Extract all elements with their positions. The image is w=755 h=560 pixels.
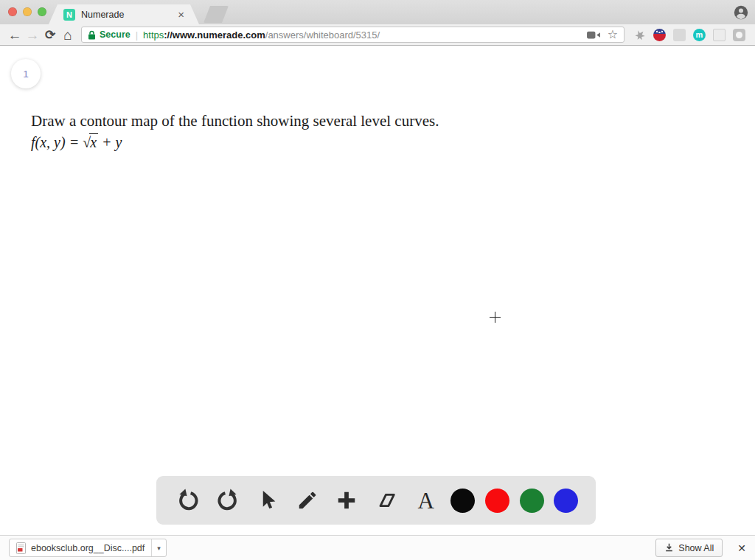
address-toolbar: ← → ⟳ ⌂ Secure | https://www.numerade.co… — [0, 24, 755, 46]
url-divider: | — [136, 29, 138, 41]
home-button[interactable]: ⌂ — [59, 28, 77, 42]
reload-button[interactable]: ⟳ — [41, 29, 59, 41]
downloads-bar-close-icon[interactable]: ✕ — [737, 543, 746, 553]
secure-padlock-icon — [88, 30, 96, 40]
eraser-tool[interactable] — [372, 484, 401, 517]
tab-close-icon[interactable]: × — [178, 9, 184, 20]
add-tool[interactable] — [332, 484, 361, 517]
window-controls — [8, 7, 46, 16]
avast-extension-icon[interactable] — [633, 29, 646, 41]
shutter-extension-icon[interactable] — [733, 29, 745, 41]
close-window-button[interactable] — [8, 7, 17, 16]
url-scheme: https — [143, 29, 164, 41]
undo-button[interactable] — [174, 484, 203, 517]
flag-extension-icon[interactable] — [653, 29, 666, 41]
redo-button[interactable] — [213, 484, 243, 517]
url-address-field[interactable]: Secure | https://www.numerade.com/answer… — [81, 27, 624, 43]
whiteboard-canvas[interactable]: 1 Draw a contour map of the function sho… — [0, 46, 755, 535]
download-file-name: ebooksclub.org__Disc....pdf — [31, 543, 145, 553]
downloaded-file-chip[interactable]: ebooksclub.org__Disc....pdf ▾ — [9, 539, 167, 557]
show-all-label: Show All — [678, 543, 714, 553]
text-tool[interactable]: A — [411, 484, 441, 517]
color-green-button[interactable] — [520, 489, 544, 513]
m-extension-icon[interactable]: m — [693, 29, 706, 41]
crosshair-cursor — [490, 312, 501, 323]
browser-tab[interactable]: N Numerade × — [49, 4, 199, 24]
minimize-window-button[interactable] — [23, 7, 32, 16]
browser-window: N Numerade × ← → ⟳ ⌂ Secure | https://ww… — [0, 0, 755, 560]
page-url: https://www.numerade.com/answers/whitebo… — [143, 29, 581, 41]
show-all-downloads-button[interactable]: Show All — [655, 539, 723, 557]
tab-title: Numerade — [81, 10, 178, 20]
tab-strip: N Numerade × — [0, 0, 755, 24]
secure-label: Secure — [100, 29, 131, 40]
question-line: Draw a contour map of the function showi… — [31, 112, 439, 130]
color-black-button[interactable] — [450, 489, 475, 513]
formula-lhs: f(x, y) = — [31, 134, 83, 150]
sqrt-radicand: x — [89, 133, 98, 150]
question-text: Draw a contour map of the function showi… — [31, 112, 439, 151]
zoom-window-button[interactable] — [38, 7, 46, 16]
outline-extension-icon[interactable] — [713, 29, 726, 41]
extensions-row: m — [633, 29, 745, 41]
color-blue-button[interactable] — [554, 489, 578, 513]
url-host: ://www.numerade.com — [164, 29, 265, 41]
numerade-favicon-icon: N — [63, 9, 75, 21]
downloads-bar: ebooksclub.org__Disc....pdf ▾ Show All ✕ — [0, 535, 755, 560]
bookmark-star-icon[interactable]: ☆ — [608, 29, 618, 41]
question-formula: f(x, y) = √x + y — [31, 134, 439, 151]
page-number-badge[interactable]: 1 — [11, 59, 41, 88]
download-options-caret-icon[interactable]: ▾ — [151, 539, 166, 556]
color-red-button[interactable] — [485, 489, 509, 513]
new-tab-button[interactable] — [203, 6, 229, 23]
profile-avatar-icon[interactable] — [733, 4, 749, 21]
select-cursor-tool[interactable] — [253, 484, 282, 517]
forward-button: → — [24, 28, 41, 42]
pdf-file-icon — [16, 542, 26, 554]
back-button[interactable]: ← — [6, 28, 24, 42]
pencil-tool[interactable] — [293, 484, 322, 517]
camera-icon[interactable] — [587, 30, 600, 40]
formula-tail: + y — [98, 134, 122, 150]
download-icon — [664, 543, 674, 553]
drawing-toolbar: A — [156, 476, 596, 525]
disabled-extension-icon[interactable] — [673, 29, 686, 41]
url-path: /answers/whiteboard/5315/ — [265, 29, 380, 41]
